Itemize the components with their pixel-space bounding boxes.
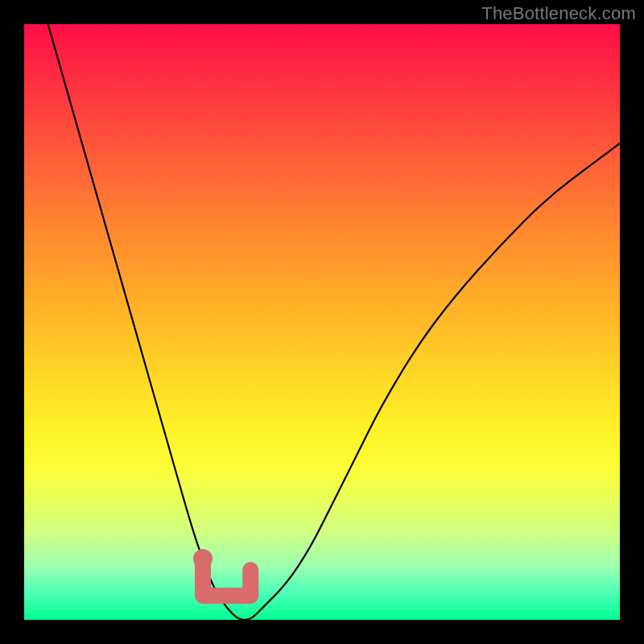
curve-layer (24, 24, 620, 620)
chart-frame: TheBottleneck.com (0, 0, 644, 644)
optimal-region-marker-dot (193, 549, 213, 568)
plot-area (24, 24, 620, 620)
watermark-text: TheBottleneck.com (481, 3, 636, 24)
bottleneck-curve (48, 24, 620, 620)
optimal-region-marker (203, 564, 250, 596)
